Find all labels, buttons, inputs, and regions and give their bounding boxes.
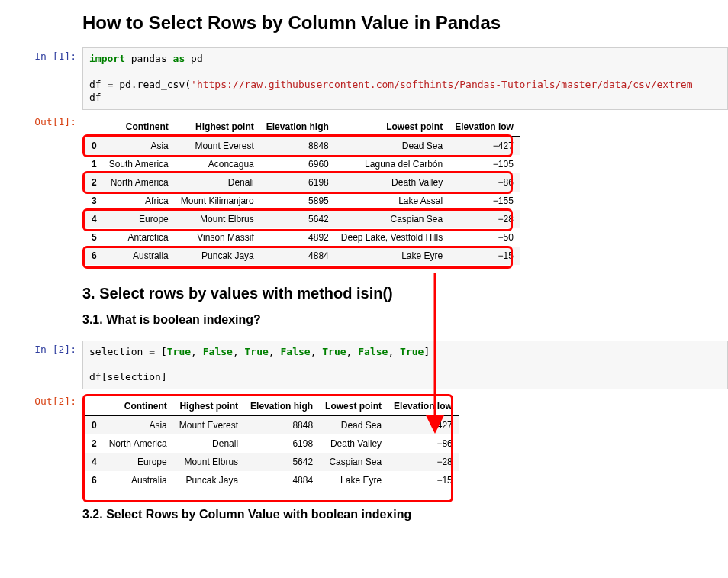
row-index: 5: [85, 228, 103, 247]
row-index: 2: [85, 173, 103, 192]
cell: Deep Lake, Vestfold Hills: [335, 228, 449, 247]
prompt-out-2: Out[2]:: [0, 392, 82, 489]
cell: Denali: [173, 434, 244, 453]
column-header: Highest point: [173, 397, 244, 416]
cell: Laguna del Carbón: [335, 155, 449, 173]
column-header: Elevation high: [260, 118, 335, 137]
cell: Europe: [103, 453, 173, 471]
column-header: Continent: [103, 118, 175, 137]
table-row: 2North AmericaDenali6198Death Valley−86: [85, 173, 520, 192]
table-row: 5AntarcticaVinson Massif4892Deep Lake, V…: [85, 228, 520, 247]
cell: 6198: [260, 173, 335, 192]
cell: 4892: [260, 228, 335, 247]
row-index: 0: [85, 416, 103, 435]
prompt-out-1: Out[1]:: [0, 113, 82, 265]
cell: Asia: [103, 416, 173, 435]
cell: Australia: [103, 471, 173, 489]
cell: Dead Sea: [335, 136, 449, 155]
output-table-1: ContinentHighest pointElevation highLowe…: [85, 118, 520, 265]
table-row: 3AfricaMount Kilimanjaro5895Lake Assal−1…: [85, 192, 520, 210]
code-input-2[interactable]: selection = [True, False, True, False, T…: [82, 341, 728, 390]
column-header: Highest point: [175, 118, 260, 137]
cell: Antarctica: [103, 228, 175, 247]
cell: Lake Assal: [335, 192, 449, 210]
column-header: Lowest point: [335, 118, 449, 137]
column-header: [85, 118, 103, 137]
prompt-in-1: In [1]:: [0, 47, 82, 110]
cell: South America: [103, 155, 175, 173]
code-input-1[interactable]: import pandas as pd df = pd.read_csv('ht…: [82, 47, 728, 110]
row-index: 1: [85, 155, 103, 173]
cell: −50: [449, 228, 520, 247]
column-header: [85, 397, 103, 416]
cell: Puncak Jaya: [173, 471, 244, 489]
cell: Europe: [103, 210, 175, 228]
cell: Death Valley: [335, 173, 449, 192]
cell: −28: [388, 453, 459, 471]
cell: 8848: [244, 416, 319, 435]
cell: North America: [103, 434, 173, 453]
section-3-heading: 3. Select rows by values with method isi…: [82, 285, 728, 302]
cell: −155: [449, 192, 520, 210]
cell: Death Valley: [319, 434, 388, 453]
table-row: 6AustraliaPuncak Jaya4884Lake Eyre−15: [85, 247, 520, 265]
cell-2-output: Out[2]: ContinentHighest pointElevation …: [0, 392, 728, 489]
cell: −28: [449, 210, 520, 228]
cell: Caspian Sea: [335, 210, 449, 228]
cell: 4884: [244, 471, 319, 489]
column-header: Continent: [103, 397, 173, 416]
table-row: 0AsiaMount Everest8848Dead Sea−427: [85, 416, 459, 435]
table-row: 4EuropeMount Elbrus5642Caspian Sea−28: [85, 210, 520, 228]
cell: −86: [388, 434, 459, 453]
section-3-2-heading: 3.2. Select Rows by Column Value with bo…: [82, 508, 728, 521]
row-index: 3: [85, 192, 103, 210]
table-row: 4EuropeMount Elbrus5642Caspian Sea−28: [85, 453, 459, 471]
cell: −427: [388, 416, 459, 435]
cell: Caspian Sea: [319, 453, 388, 471]
cell: Mount Elbrus: [175, 210, 260, 228]
cell: Mount Elbrus: [173, 453, 244, 471]
cell: 5642: [260, 210, 335, 228]
cell-1-output: Out[1]: ContinentHighest pointElevation …: [0, 113, 728, 265]
row-index: 4: [85, 453, 103, 471]
cell: 4884: [260, 247, 335, 265]
column-header: Elevation low: [388, 397, 459, 416]
cell: −15: [449, 247, 520, 265]
column-header: Elevation low: [449, 118, 520, 137]
cell: 5642: [244, 453, 319, 471]
cell: Mount Kilimanjaro: [175, 192, 260, 210]
cell: −427: [449, 136, 520, 155]
cell: 5895: [260, 192, 335, 210]
cell: 6198: [244, 434, 319, 453]
cell: Asia: [103, 136, 175, 155]
cell-1-input: In [1]: import pandas as pd df = pd.read…: [0, 47, 728, 110]
cell: Lake Eyre: [319, 471, 388, 489]
row-index: 0: [85, 136, 103, 155]
column-header: Lowest point: [319, 397, 388, 416]
cell: −105: [449, 155, 520, 173]
cell: Mount Everest: [173, 416, 244, 435]
section-3-1-heading: 3.1. What is boolean indexing?: [82, 313, 728, 327]
table-row: 0AsiaMount Everest8848Dead Sea−427: [85, 136, 520, 155]
table-row: 2North AmericaDenali6198Death Valley−86: [85, 434, 459, 453]
row-index: 2: [85, 434, 103, 453]
row-index: 4: [85, 210, 103, 228]
notebook: How to Select Rows by Column Value in Pa…: [0, 0, 728, 521]
cell: Vinson Massif: [175, 228, 260, 247]
cell: Australia: [103, 247, 175, 265]
cell: Denali: [175, 173, 260, 192]
cell: −15: [388, 471, 459, 489]
page-title: How to Select Rows by Column Value in Pa…: [82, 12, 728, 34]
cell: Lake Eyre: [335, 247, 449, 265]
cell: Aconcagua: [175, 155, 260, 173]
column-header: Elevation high: [244, 397, 319, 416]
prompt-in-2: In [2]:: [0, 341, 82, 390]
table-row: 6AustraliaPuncak Jaya4884Lake Eyre−15: [85, 471, 459, 489]
row-index: 6: [85, 471, 103, 489]
cell: 8848: [260, 136, 335, 155]
cell: Puncak Jaya: [175, 247, 260, 265]
table-row: 1South AmericaAconcagua6960Laguna del Ca…: [85, 155, 520, 173]
cell-2-input: In [2]: selection = [True, False, True, …: [0, 341, 728, 390]
cell: North America: [103, 173, 175, 192]
cell: 6960: [260, 155, 335, 173]
